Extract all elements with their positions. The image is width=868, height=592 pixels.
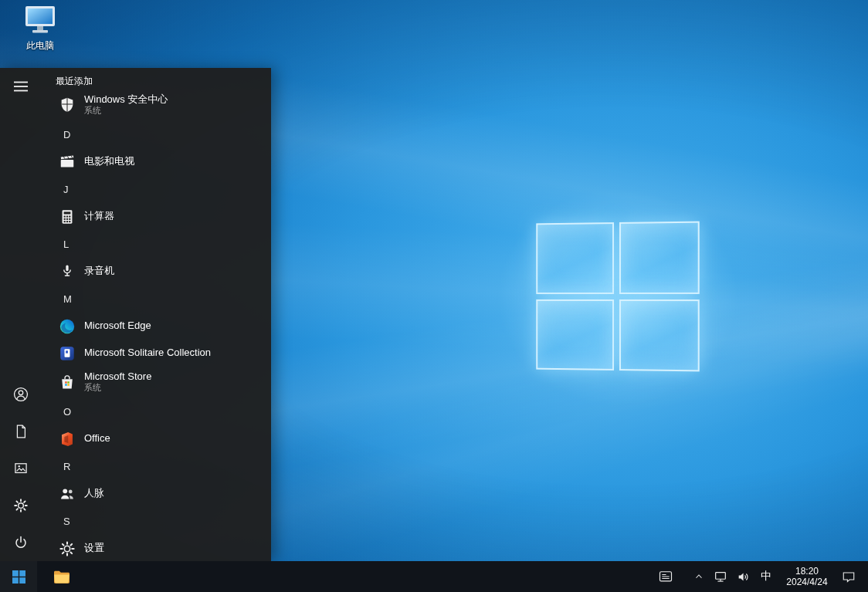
clock-date: 2024/4/24 xyxy=(786,577,827,587)
settings-gear-icon xyxy=(57,539,77,559)
pictures-button[interactable] xyxy=(0,450,42,487)
letter-label: S xyxy=(63,516,70,527)
app-label: 计算器 xyxy=(84,211,114,222)
letter-label: R xyxy=(63,461,70,472)
windows-security-icon xyxy=(57,95,77,115)
start-menu: 最近添加 Windows 安全中心 系统 D xyxy=(0,68,271,561)
edge-icon xyxy=(57,316,77,337)
windows-logo-pane xyxy=(536,299,614,370)
network-icon xyxy=(713,570,728,584)
network-button[interactable] xyxy=(709,561,732,592)
app-label: Microsoft Store xyxy=(84,371,151,383)
speaker-icon xyxy=(736,570,751,584)
start-app-windows-security[interactable]: Windows 安全中心 系统 xyxy=(42,90,271,120)
solitaire-icon xyxy=(57,343,77,364)
windows-logo-pane xyxy=(536,222,614,294)
movies-tv-icon xyxy=(57,152,77,172)
app-label: 设置 xyxy=(84,543,104,554)
calculator-icon xyxy=(57,207,77,227)
start-app-office[interactable]: Office xyxy=(42,425,271,452)
action-center-icon xyxy=(841,570,856,584)
letter-label: D xyxy=(63,129,70,140)
pictures-icon xyxy=(13,461,29,476)
desktop-icon-label: 此电脑 xyxy=(26,39,54,52)
desktop-icon-this-pc[interactable]: 此电脑 xyxy=(9,5,71,52)
start-app-calculator[interactable]: 计算器 xyxy=(42,203,271,230)
news-widget-icon xyxy=(657,569,674,584)
windows-logo xyxy=(536,222,699,372)
voice-recorder-icon xyxy=(57,262,77,282)
start-app-voice-recorder[interactable]: 录音机 xyxy=(42,258,271,285)
app-label: 录音机 xyxy=(84,266,114,277)
app-label: 电影和电视 xyxy=(84,156,134,167)
chevron-up-icon xyxy=(693,571,705,582)
start-letter-l[interactable]: L xyxy=(42,230,271,258)
start-app-solitaire-collection[interactable]: Microsoft Solitaire Collection xyxy=(42,340,271,367)
letter-label: J xyxy=(63,184,69,195)
app-label: 人脉 xyxy=(84,488,104,499)
windows-start-icon xyxy=(12,570,25,584)
windows-logo-pane xyxy=(619,299,700,372)
clock-time: 18:20 xyxy=(795,566,819,577)
start-app-settings[interactable]: 设置 xyxy=(42,535,271,561)
app-label: Office xyxy=(84,433,110,445)
start-letter-d[interactable]: D xyxy=(42,120,271,148)
file-explorer-button[interactable] xyxy=(43,561,80,592)
start-letter-o[interactable]: O xyxy=(42,397,271,425)
hamburger-menu-button[interactable] xyxy=(0,68,42,105)
app-sublabel: 系统 xyxy=(84,383,151,393)
user-icon xyxy=(12,386,29,403)
recently-added-header: 最近添加 xyxy=(42,73,271,90)
start-app-microsoft-store[interactable]: Microsoft Store 系统 xyxy=(42,367,271,397)
letter-label: O xyxy=(63,406,71,418)
start-app-movies-tv[interactable]: 电影和电视 xyxy=(42,148,271,175)
user-account-button[interactable] xyxy=(0,376,42,413)
start-letter-r[interactable]: R xyxy=(42,452,271,480)
start-app-people[interactable]: 人脉 xyxy=(42,480,271,507)
app-label: Microsoft Edge xyxy=(84,320,151,332)
windows-logo-pane xyxy=(619,222,700,294)
taskbar: 中 18:20 2024/4/24 xyxy=(0,561,868,592)
rail-spacer xyxy=(0,105,42,376)
office-icon xyxy=(57,429,77,449)
power-icon xyxy=(13,535,29,550)
taskbar-clock[interactable]: 18:20 2024/4/24 xyxy=(777,561,837,592)
app-sublabel: 系统 xyxy=(84,106,168,116)
start-letter-j[interactable]: J xyxy=(42,175,271,203)
start-app-list: 最近添加 Windows 安全中心 系统 D xyxy=(42,68,271,561)
app-label: Windows 安全中心 xyxy=(84,94,168,106)
start-menu-rail xyxy=(0,68,42,561)
documents-button[interactable] xyxy=(0,413,42,450)
app-label: Microsoft Solitaire Collection xyxy=(84,347,211,359)
this-pc-icon xyxy=(22,5,58,38)
document-icon xyxy=(13,424,29,439)
letter-label: M xyxy=(63,293,72,305)
start-letter-s[interactable]: S xyxy=(42,507,271,535)
letter-label: L xyxy=(63,238,69,250)
hidden-icons-button[interactable] xyxy=(689,561,709,592)
system-tray: 中 18:20 2024/4/24 xyxy=(653,561,868,592)
gear-icon xyxy=(13,498,29,513)
action-center-button[interactable] xyxy=(837,561,860,592)
start-letter-m[interactable]: M xyxy=(42,285,271,313)
volume-button[interactable] xyxy=(732,561,755,592)
ime-indicator[interactable]: 中 xyxy=(755,561,777,592)
start-app-microsoft-edge[interactable]: Microsoft Edge xyxy=(42,313,271,340)
store-icon xyxy=(57,372,77,392)
power-button[interactable] xyxy=(0,524,42,561)
file-explorer-icon xyxy=(53,568,71,585)
start-button[interactable] xyxy=(0,561,37,592)
settings-button[interactable] xyxy=(0,487,42,524)
people-icon xyxy=(57,484,77,504)
news-widget-button[interactable] xyxy=(653,561,678,592)
